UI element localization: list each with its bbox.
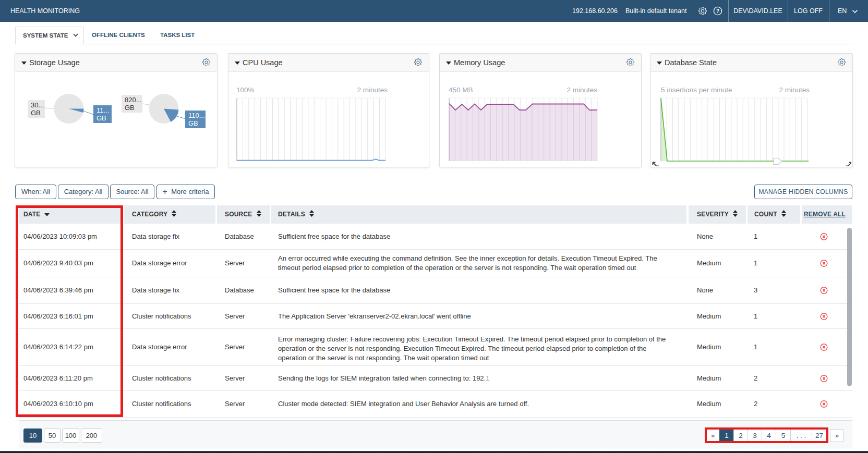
svg-text:110...: 110... [188, 112, 205, 119]
svg-text:GB: GB [188, 119, 198, 127]
svg-text:GB: GB [31, 109, 41, 117]
svg-text:2 minutes: 2 minutes [779, 86, 810, 94]
svg-text:2 minutes: 2 minutes [566, 86, 597, 94]
svg-text:11...: 11... [97, 106, 109, 114]
svg-text:GB: GB [125, 104, 135, 112]
svg-text:?: ? [716, 8, 719, 14]
svg-text:100%: 100% [236, 86, 255, 94]
svg-text:820...: 820... [125, 96, 142, 104]
svg-text:GB: GB [97, 114, 106, 122]
svg-text:5 insertions per minute: 5 insertions per minute [661, 86, 732, 94]
svg-text:450 MB: 450 MB [449, 86, 473, 94]
svg-text:2 minutes: 2 minutes [357, 86, 388, 94]
svg-text:30...: 30... [31, 101, 44, 109]
